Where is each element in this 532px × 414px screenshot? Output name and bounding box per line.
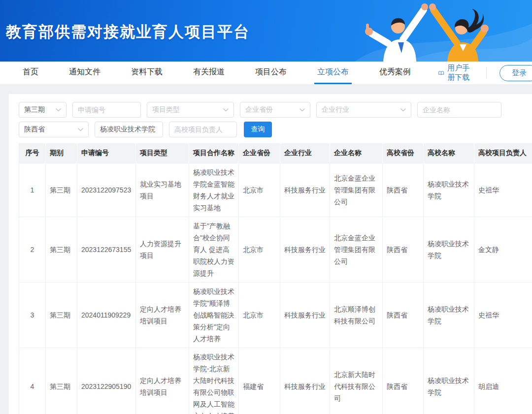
cell-uni-province: 陕西省 xyxy=(383,348,424,414)
nav-item-home[interactable]: 首页 xyxy=(20,62,41,84)
project-type-select[interactable]: 项目类型 xyxy=(147,102,234,118)
cell-ent-industry: 科技服务行业 xyxy=(280,283,330,348)
cell-ent-industry: 科技服务行业 xyxy=(280,348,330,414)
university-name-input[interactable] xyxy=(95,122,163,137)
period-select[interactable]: 第三期 xyxy=(19,102,66,118)
cell-ent-province: 北京市 xyxy=(239,283,280,348)
period-select-value: 第三期 xyxy=(24,105,45,114)
filter-row-2: 陕西省 查询 xyxy=(19,122,532,137)
table-row: 2 第三期 2023122673155 人力资源提升项目 基于"产教融合"校企协… xyxy=(19,217,532,283)
cell-project-name: 杨凌职业技术学院"顺泽博创战略智能决策分析"定向人才培养 xyxy=(189,283,239,348)
nav-divider xyxy=(486,67,487,79)
cell-period: 第三期 xyxy=(46,348,77,414)
nav-item-project-publish[interactable]: 项目公布 xyxy=(252,62,290,84)
cell-apply-no: 2024011909229 xyxy=(77,283,136,348)
cell-uni-name: 杨凌职业技术学院 xyxy=(424,348,474,414)
cell-period: 第三期 xyxy=(46,283,77,348)
cell-uni-leader: 胡启迪 xyxy=(474,348,532,414)
col-header-uni-leader: 高校项目负责人 xyxy=(474,143,532,163)
cell-uni-province: 陕西省 xyxy=(383,283,424,348)
cell-apply-no: 2023122097523 xyxy=(77,163,136,217)
chevron-down-icon xyxy=(400,108,406,112)
cell-ent-province: 福建省 xyxy=(239,348,280,414)
cell-ent-industry: 科技服务行业 xyxy=(280,163,330,217)
cell-uni-name: 杨凌职业技术学院 xyxy=(424,163,474,217)
cell-ent-name: 北京金蓝企业管理集团有限公司 xyxy=(330,217,383,283)
filter-row-1: 第三期 项目类型 企业省份 企业行业 xyxy=(19,102,532,118)
cell-project-name: 杨凌职业技术学院金蓝智能财务人才就业实习基地 xyxy=(189,163,239,217)
table-header: 序号 期别 申请编号 项目类型 项目合作名称 企业省份 企业行业 企业名称 高校… xyxy=(19,143,532,163)
table-row: 1 第三期 2023122097523 就业实习基地项目 杨凌职业技术学院金蓝智… xyxy=(19,163,532,217)
enterprise-province-placeholder: 企业省份 xyxy=(245,105,273,114)
table-row: 3 第三期 2024011909229 定向人才培养培训项目 杨凌职业技术学院"… xyxy=(19,283,532,348)
search-button[interactable]: 查询 xyxy=(244,122,272,137)
enterprise-province-select[interactable]: 企业省份 xyxy=(240,102,310,118)
cell-uni-name: 杨凌职业技术学院 xyxy=(424,217,474,283)
enterprise-industry-placeholder: 企业行业 xyxy=(322,105,349,114)
cell-ent-province: 北京市 xyxy=(239,217,280,283)
cell-sn: 4 xyxy=(19,348,46,414)
cell-period: 第三期 xyxy=(46,163,77,217)
cell-sn: 2 xyxy=(19,217,46,283)
chevron-down-icon xyxy=(78,128,83,131)
col-header-uni-province: 高校省份 xyxy=(383,143,424,163)
cell-apply-no: 2023122673155 xyxy=(77,217,136,283)
cell-uni-name: 杨凌职业技术学院 xyxy=(424,283,474,348)
login-button[interactable]: 登录 xyxy=(499,65,532,81)
enterprise-industry-select[interactable]: 企业行业 xyxy=(316,102,411,118)
cell-ent-industry: 科技服务行业 xyxy=(280,217,330,283)
project-type-placeholder: 项目类型 xyxy=(152,105,180,114)
nav-item-approval-publish[interactable]: 立项公布 xyxy=(314,62,352,84)
cell-sn: 1 xyxy=(19,163,46,217)
main-nav: 首页 通知文件 资料下载 有关报道 项目公布 立项公布 优秀案例 用户手册下载 … xyxy=(0,62,532,84)
col-header-uni-name: 高校名称 xyxy=(424,143,474,163)
nav-item-reports[interactable]: 有关报道 xyxy=(190,62,228,84)
apply-no-input[interactable] xyxy=(72,102,141,118)
user-manual-label: 用户手册下载 xyxy=(447,64,473,82)
site-title: 教育部供需对接就业育人项目平台 xyxy=(6,22,250,42)
col-header-sn: 序号 xyxy=(19,143,46,163)
table-row: 4 第三期 2023122905190 定向人才培养培训项目 杨凌职业技术学院-… xyxy=(19,348,532,414)
book-icon xyxy=(438,69,444,77)
cell-project-type: 人力资源提升项目 xyxy=(136,217,189,283)
cell-ent-name: 北京新大陆时代科技有限公司 xyxy=(330,348,383,414)
cell-ent-province: 北京市 xyxy=(239,163,280,217)
cell-ent-name: 北京顺泽博创科技有限公司 xyxy=(330,283,383,348)
cell-period: 第三期 xyxy=(46,217,77,283)
university-leader-input[interactable] xyxy=(169,122,237,137)
content-panel: 第三期 项目类型 企业省份 企业行业 陕西省 查询 xyxy=(9,94,532,414)
chevron-down-icon xyxy=(56,108,61,112)
cell-sn: 3 xyxy=(19,283,46,348)
projects-table: 序号 期别 申请编号 项目类型 项目合作名称 企业省份 企业行业 企业名称 高校… xyxy=(19,143,532,414)
col-header-ent-name: 企业名称 xyxy=(330,143,383,163)
col-header-period: 期别 xyxy=(46,143,77,163)
cell-project-type: 就业实习基地项目 xyxy=(136,163,189,217)
cell-uni-leader: 史祖华 xyxy=(474,163,532,217)
nav-item-excellent-cases[interactable]: 优秀案例 xyxy=(376,62,414,84)
user-manual-download-link[interactable]: 用户手册下载 xyxy=(438,64,473,82)
chevron-down-icon xyxy=(223,108,229,112)
nav-right-group: 用户手册下载 登录 xyxy=(438,62,532,84)
university-province-select[interactable]: 陕西省 xyxy=(19,122,89,137)
top-banner: 教育部供需对接就业育人项目平台 xyxy=(0,0,532,62)
enterprise-name-input[interactable] xyxy=(417,102,501,118)
cell-uni-leader: 金文静 xyxy=(474,217,532,283)
col-header-ent-province: 企业省份 xyxy=(239,143,280,163)
cell-project-type: 定向人才培养培训项目 xyxy=(136,283,189,348)
col-header-ent-industry: 企业行业 xyxy=(280,143,330,163)
cell-uni-province: 陕西省 xyxy=(383,163,424,217)
nav-item-downloads[interactable]: 资料下载 xyxy=(128,62,166,84)
cell-ent-name: 北京金蓝企业管理集团有限公司 xyxy=(330,163,383,217)
chevron-down-icon xyxy=(299,108,305,112)
cell-apply-no: 2023122905190 xyxy=(77,348,136,414)
university-province-value: 陕西省 xyxy=(24,125,45,134)
col-header-project-name: 项目合作名称 xyxy=(189,143,239,163)
nav-item-notices[interactable]: 通知文件 xyxy=(66,62,103,84)
cell-project-name: 基于"产教融合"校企协同育人 促进高职院校人力资源提升 xyxy=(189,217,239,283)
cell-project-name: 杨凌职业技术学院-北京新大陆时代科技有限公司物联网及人工智能方向人才培养 xyxy=(189,348,239,414)
col-header-project-type: 项目类型 xyxy=(136,143,189,163)
cell-uni-leader: 史祖华 xyxy=(474,283,532,348)
cell-uni-province: 陕西省 xyxy=(383,217,424,283)
col-header-apply-no: 申请编号 xyxy=(77,143,136,163)
high-five-illustration xyxy=(355,0,532,62)
